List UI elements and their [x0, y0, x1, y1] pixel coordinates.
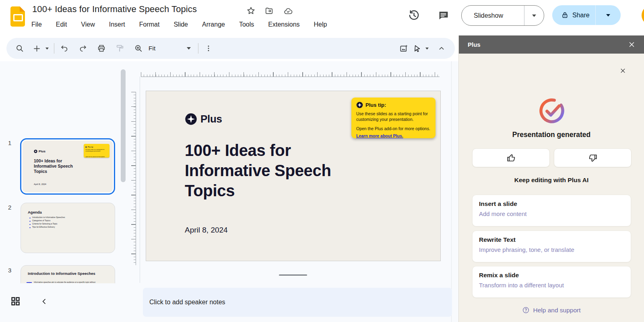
version-history-icon[interactable] — [408, 9, 420, 22]
vertical-ruler — [130, 92, 136, 265]
menu-arrange[interactable]: Arrange — [201, 20, 226, 29]
panel-close-icon[interactable] — [628, 41, 635, 48]
slide-date-text[interactable]: April 8, 2024 — [185, 226, 228, 235]
menu-file[interactable]: File — [31, 20, 43, 29]
thumb-bullets: Introduction to Informative Speeches Cat… — [29, 216, 97, 229]
more-options-icon[interactable] — [201, 41, 216, 56]
card-subtitle: Improve phrasing, tone, or translate — [479, 246, 624, 253]
slideshow-button[interactable]: Slideshow — [461, 5, 544, 26]
menu-extensions[interactable]: Extensions — [267, 20, 300, 29]
slides-icon-frame — [13, 14, 23, 21]
star-icon[interactable] — [246, 6, 256, 15]
zoom-in-icon[interactable] — [131, 41, 146, 56]
panel-title: Plus — [468, 41, 628, 48]
comment-icon[interactable] — [438, 10, 449, 21]
slide-thumbnail-3[interactable]: Introduction to Informative Speeches Inf… — [21, 265, 115, 283]
menu-tools[interactable]: Tools — [238, 20, 255, 29]
menu-format[interactable]: Format — [138, 20, 161, 29]
card-title: Remix a slide — [479, 272, 624, 279]
menu-help[interactable]: Help — [313, 20, 328, 29]
select-tool-icon[interactable] — [411, 41, 423, 56]
generation-status-text: Presentation generated — [459, 131, 644, 139]
paint-format-icon[interactable] — [112, 41, 128, 56]
remix-slide-card[interactable]: Remix a slide Transform into a different… — [472, 266, 631, 298]
new-slide-button[interactable] — [31, 41, 43, 56]
plus-logo-icon — [356, 102, 363, 108]
menu-insert[interactable]: Insert — [108, 20, 126, 29]
insert-image-icon[interactable] — [396, 41, 411, 56]
card-subtitle: Transform into a different layout — [479, 282, 624, 289]
share-dropdown[interactable] — [596, 14, 621, 17]
insert-slide-card[interactable]: Insert a slide Add more content — [472, 195, 631, 226]
slide-thumbnail-2[interactable]: Agenda Introduction to Informative Speec… — [21, 203, 115, 253]
card-subtitle: Add more content — [479, 210, 624, 217]
canvas-right-border — [451, 61, 452, 322]
help-and-support-link[interactable]: Help and support — [459, 306, 644, 314]
menu-slide[interactable]: Slide — [173, 20, 189, 29]
chevron-down-icon — [606, 14, 610, 17]
print-button[interactable] — [94, 41, 109, 56]
tip-learn-more-link[interactable]: Learn more about Plus. — [356, 133, 403, 138]
share-button[interactable]: Share — [552, 5, 621, 25]
user-avatar[interactable] — [642, 6, 644, 25]
speaker-notes-placeholder: Click to add speaker notes — [149, 299, 225, 306]
document-title[interactable]: 100+ Ideas for Informative Speech Topics — [32, 4, 197, 15]
slideshow-dropdown[interactable] — [524, 15, 544, 17]
filmstrip-scrollbar[interactable] — [121, 69, 126, 182]
undo-button[interactable] — [57, 41, 72, 56]
thumbs-up-icon — [506, 153, 516, 163]
share-label: Share — [572, 12, 590, 19]
slides-app-icon[interactable] — [10, 6, 25, 27]
collapse-filmstrip-icon[interactable] — [40, 297, 48, 305]
horizontal-ruler — [141, 71, 440, 77]
zoom-select-value[interactable]: Fit — [149, 45, 155, 52]
slide-thumbnail-1[interactable]: Plus 100+ Ideas for Informative Speech T… — [20, 138, 115, 195]
chevron-down-icon — [45, 48, 49, 50]
thumb-title: Agenda — [28, 210, 42, 214]
plus-tip-callout[interactable]: Plus tip: Use these slides as a starting… — [351, 98, 436, 138]
menu-bar: File Edit View Insert Format Slide Arran… — [31, 20, 328, 29]
question-circle-icon — [522, 306, 530, 314]
collapse-toolbar-icon[interactable] — [434, 41, 449, 56]
chevron-down-icon — [425, 48, 429, 50]
menu-edit[interactable]: Edit — [55, 20, 68, 29]
generated-check-icon — [537, 96, 567, 126]
new-slide-dropdown[interactable] — [43, 41, 52, 56]
google-slides-app: 100+ Ideas for Informative Speech Topics… — [0, 0, 644, 322]
cloud-saved-icon[interactable] — [283, 7, 294, 16]
thumbs-down-button[interactable] — [554, 148, 632, 167]
move-folder-icon[interactable] — [264, 6, 274, 15]
tip-header: Plus tip: — [356, 102, 431, 108]
help-label: Help and support — [533, 307, 580, 314]
keep-editing-heading: Keep editing with Plus AI — [459, 177, 644, 184]
thumb-tip-box: Plus tip: Use these slides as a starting… — [84, 144, 109, 158]
chevron-down-icon — [532, 15, 536, 17]
search-menus-icon[interactable] — [12, 41, 27, 56]
rewrite-text-card[interactable]: Rewrite Text Improve phrasing, tone, or … — [472, 231, 631, 262]
panel-header: Plus — [459, 35, 644, 54]
grid-view-icon[interactable] — [10, 296, 21, 307]
notes-resize-handle[interactable] — [279, 274, 307, 276]
card-title: Rewrite Text — [479, 236, 624, 243]
lock-icon — [561, 11, 569, 19]
zoom-select-dropdown[interactable] — [184, 41, 193, 56]
speaker-notes-area[interactable]: Click to add speaker notes — [143, 288, 452, 317]
redo-button[interactable] — [75, 41, 91, 56]
slide-title-text[interactable]: 100+ Ideas for Informative Speech Topics — [185, 140, 374, 201]
menu-view[interactable]: View — [80, 20, 95, 29]
slide-filmstrip: 1 2 3 4 Plus 100+ Ideas for Informative … — [0, 60, 128, 283]
card-title: Insert a slide — [479, 200, 624, 208]
select-tool-dropdown[interactable] — [423, 41, 431, 56]
thumb-date: April 8, 2024 — [34, 183, 46, 185]
thumb-title: Introduction to Informative Speeches — [28, 271, 95, 276]
plus-logo[interactable]: Plus — [185, 113, 222, 125]
dismiss-status-icon[interactable] — [620, 68, 626, 74]
thumbs-up-button[interactable] — [472, 148, 550, 167]
thumb-bullet-row: Informative speeches aim to educate the … — [27, 281, 115, 283]
canvas-left-border — [140, 77, 140, 283]
slide-number: 2 — [8, 204, 11, 211]
slideshow-label: Slideshow — [462, 12, 524, 19]
thumb-plus-logo: Plus — [34, 150, 45, 153]
plus-addon-panel: Plus Presentation generated — [458, 35, 644, 322]
toolbar-separator — [54, 43, 54, 54]
